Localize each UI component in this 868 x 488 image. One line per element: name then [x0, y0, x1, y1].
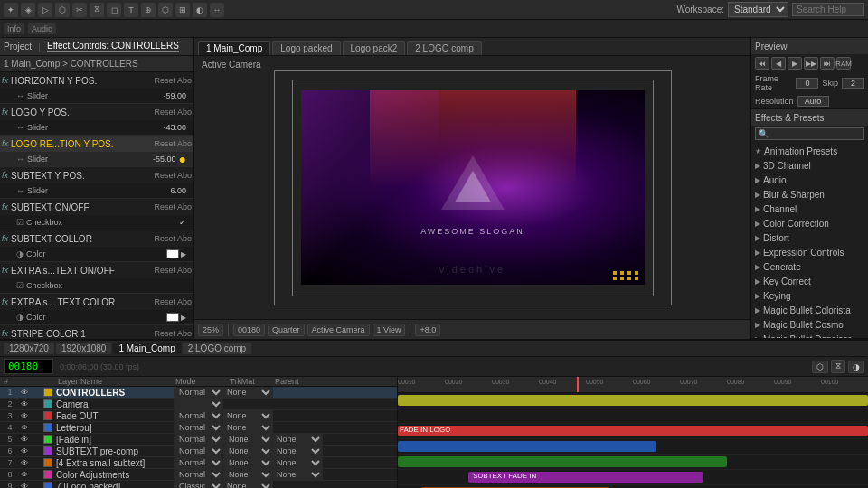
layer-parent-8[interactable]: None: [273, 469, 323, 480]
zoom-control[interactable]: 25%: [198, 324, 223, 336]
toolbar-icon-8[interactable]: T: [124, 3, 138, 17]
layer-eye-8[interactable]: 👁: [18, 471, 31, 479]
layer-parent-7[interactable]: None: [273, 457, 323, 468]
comp-tab-logo-pack2[interactable]: Logo pack2: [343, 41, 406, 55]
abo-btn-7[interactable]: Abo: [177, 266, 192, 275]
reset-btn-6[interactable]: Reset: [154, 234, 175, 243]
track-row-1[interactable]: [398, 393, 868, 408]
info-tab[interactable]: Info: [4, 23, 24, 34]
toolbar-icon-6[interactable]: ⧖: [90, 3, 104, 17]
view-select[interactable]: Active Camera: [307, 324, 370, 336]
effect-row-header-2[interactable]: fx LOGO Y POS. Reset Abo: [0, 104, 193, 120]
effect-row-header-3[interactable]: fx LOGO RE...TION Y POS. Reset Abo: [0, 136, 193, 152]
layer-row-6[interactable]: 6 👁 SUBTEXT pre-comp Normal None None: [0, 446, 397, 457]
track-row-5[interactable]: [398, 455, 868, 470]
comp-tab-bottom-main[interactable]: 1 Main_Comp: [113, 343, 180, 354]
abo-btn-5[interactable]: Abo: [177, 202, 192, 211]
layer-mode-4[interactable]: Normal: [174, 422, 223, 433]
tree-blur-sharpen[interactable]: ▶ Blur & Sharpen: [755, 187, 864, 202]
tree-magic-bullet-colorista[interactable]: ▶ Magic Bullet Colorista: [755, 303, 864, 317]
track-row-6[interactable]: SUBTEXT FADE IN: [398, 470, 868, 485]
search-input[interactable]: [792, 3, 864, 16]
layer-eye-4[interactable]: 👁: [18, 424, 31, 432]
abo-btn-8[interactable]: Abo: [177, 297, 192, 306]
tree-audio[interactable]: ▶ Audio: [755, 173, 864, 187]
layer-row-3[interactable]: 3 👁 Fade OUT Normal None: [0, 410, 397, 422]
toolbar-icon-5[interactable]: ✂: [72, 3, 87, 17]
comp-tab-2logo[interactable]: 2 LOGO comp: [407, 41, 481, 55]
comp-tab-bottom-2logo[interactable]: 2 LOGO comp: [183, 343, 251, 354]
tree-channel[interactable]: ▶ Channel: [755, 202, 864, 216]
layer-mode-6[interactable]: Normal: [174, 446, 223, 456]
toolbar-icon-2[interactable]: ◈: [21, 3, 35, 17]
track-row-4[interactable]: [398, 439, 868, 455]
time-display[interactable]: 00180: [4, 359, 53, 374]
extra-value[interactable]: +8.0: [415, 324, 440, 336]
abo-btn-6[interactable]: Abo: [177, 234, 192, 243]
track-row-3[interactable]: FADE IN LOGO: [398, 424, 868, 439]
effect-row-header-7[interactable]: fx EXTRA s...TEXT ON/OFF Reset Abo: [0, 262, 193, 278]
comp-tab-bottom-1920[interactable]: 1920x1080: [56, 343, 112, 354]
tree-magic-bullet-cosmo[interactable]: ▶ Magic Bullet Cosmo: [755, 317, 864, 332]
timeline-tool-3[interactable]: ◑: [848, 361, 864, 373]
frame-display[interactable]: 00180: [233, 324, 265, 336]
effect-row-header-4[interactable]: fx SUBTEXT Y POS. Reset Abo: [0, 167, 193, 183]
layer-row-1[interactable]: 1 👁 CONTROLLERS Normal None: [0, 387, 397, 399]
effects-search-input[interactable]: [755, 127, 864, 140]
comp-tab-main[interactable]: 1 Main_Comp: [198, 41, 270, 55]
layer-trkmat-5[interactable]: None: [223, 434, 273, 445]
tree-generate[interactable]: ▶ Generate: [755, 259, 864, 274]
layer-mode-7[interactable]: Normal: [174, 457, 223, 468]
effect-row-header-8[interactable]: fx EXTRA s... TEXT COLOR Reset Abo: [0, 294, 193, 310]
prev-fwd-btn[interactable]: ▶▶: [804, 57, 818, 70]
layer-row-4[interactable]: 4 👁 Letterbu] Normal None: [0, 422, 397, 434]
layer-mode-9[interactable]: Classic...: [174, 481, 223, 488]
prev-first-btn[interactable]: ⏮: [755, 57, 769, 70]
frame-rate-input[interactable]: [796, 78, 818, 89]
layer-trkmat-8[interactable]: None: [223, 469, 273, 480]
tree-magic-bullet-denoiser[interactable]: ▶ Magic Bullet Denoiser: [755, 332, 864, 339]
effect-sub-row-4[interactable]: ↔ Slider 6.00: [0, 183, 193, 198]
layer-parent-5[interactable]: None: [273, 434, 323, 445]
tree-color-correction[interactable]: ▶ Color Correction: [755, 216, 864, 230]
tree-key-correct[interactable]: ▶ Key Correct: [755, 274, 864, 288]
effect-row-header-5[interactable]: fx SUBTEXT ON/OFF Reset Abo: [0, 199, 193, 215]
effect-row-header-6[interactable]: fx SUBTEXT COLLOR Reset Abo: [0, 230, 193, 247]
layer-parent-6[interactable]: None: [273, 446, 323, 456]
reset-btn-2[interactable]: Reset: [154, 108, 175, 117]
layer-row-2[interactable]: 2 👁 Camera: [0, 399, 397, 410]
layer-row-8[interactable]: 8 👁 Color Adjustments Normal None None: [0, 469, 397, 481]
timeline-tool-1[interactable]: ⬡: [812, 361, 828, 373]
tree-expression-controls[interactable]: ▶ Expression Controls: [755, 245, 864, 259]
toolbar-icon-9[interactable]: ⊕: [141, 3, 156, 17]
layer-parent-3[interactable]: None: [223, 410, 273, 421]
toolbar-icon-7[interactable]: ◻: [107, 3, 121, 17]
abo-btn-2[interactable]: Abo: [177, 108, 192, 117]
layer-trkmat-6[interactable]: None: [223, 446, 273, 456]
prev-back-btn[interactable]: ◀: [771, 57, 786, 70]
tree-3d-channel[interactable]: ▶ 3D Channel: [755, 158, 864, 173]
layer-eye-5[interactable]: 👁: [18, 436, 31, 444]
reset-btn-4[interactable]: Reset: [154, 171, 175, 180]
resolution-input[interactable]: [797, 96, 829, 107]
layer-row-5[interactable]: 5 👁 [Fade in] Normal None None: [0, 434, 397, 446]
views-select[interactable]: 1 View: [373, 324, 406, 336]
prev-play-btn[interactable]: ▶: [788, 57, 802, 70]
effect-sub-row-3[interactable]: ↔ Slider -55.00 ●: [0, 152, 193, 166]
layer-parent-1[interactable]: None: [223, 387, 273, 398]
toolbar-icon-10[interactable]: ⬡: [158, 3, 173, 17]
quality-select[interactable]: Quarter: [268, 324, 305, 336]
color-swatch-8[interactable]: [166, 313, 179, 322]
comp-tab-logo-packed[interactable]: Logo packed: [272, 41, 340, 55]
tree-distort[interactable]: ▶ Distort: [755, 230, 864, 245]
audio-tab[interactable]: Audio: [28, 23, 56, 34]
layer-eye-7[interactable]: 👁: [18, 459, 31, 467]
layer-mode-2[interactable]: [174, 399, 223, 409]
effect-sub-row-2[interactable]: ↔ Slider -43.00: [0, 120, 193, 135]
reset-btn-9[interactable]: Reset: [154, 329, 175, 338]
reset-btn-1[interactable]: Reset: [154, 76, 175, 85]
effect-sub-row-1[interactable]: ↔ Slider -59.00: [0, 89, 193, 103]
toolbar-icon-3[interactable]: ▷: [38, 3, 52, 17]
tree-keying[interactable]: ▶ Keying: [755, 288, 864, 303]
effect-sub-row-6[interactable]: ◑ Color ▶: [0, 247, 193, 261]
